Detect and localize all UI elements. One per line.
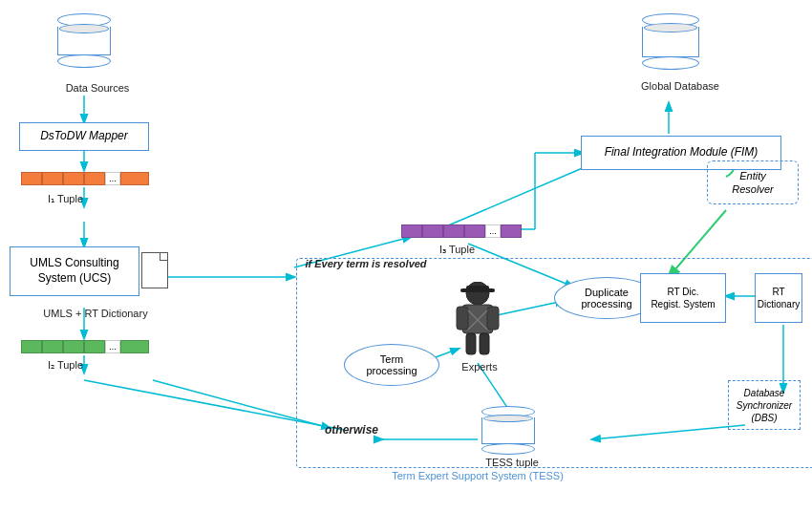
otherwise-label: otherwise: [325, 423, 378, 437]
global-db-cylinder: [642, 13, 699, 70]
svg-rect-29: [466, 333, 476, 354]
svg-line-13: [439, 167, 585, 229]
data-sources-label: Data Sources: [44, 82, 151, 94]
i1-bar-orange: ...: [21, 172, 149, 185]
global-db-cylinder-mid: [644, 23, 697, 32]
i2-bar-green: ...: [21, 340, 149, 353]
svg-rect-28: [487, 307, 499, 330]
data-sources-cylinder: [57, 13, 111, 68]
umls-dict-label: UMLS + RT Dictionary: [29, 308, 162, 319]
global-db-label: Global Database: [632, 80, 728, 92]
rt-dictionary-box: RT Dictionary: [755, 273, 802, 323]
umls-ucs-box: UMLS Consulting System (UCS): [10, 246, 139, 296]
svg-rect-27: [457, 307, 468, 330]
tess-tuple-label: TESS tuple: [474, 457, 550, 468]
i2-tuple-label: I₂ Tuple: [48, 359, 83, 372]
i1-tuple-label: I₁ Tuple: [48, 193, 83, 205]
data-sources-cylinder-mid: [59, 24, 109, 33]
diagram: Data Sources DsToDW Mapper ... I₁ Tuple …: [0, 0, 812, 512]
svg-rect-30: [480, 333, 489, 354]
i3-tuple-label: I₃ Tuple: [439, 244, 475, 256]
tess-tuple-mid: [483, 415, 533, 422]
entity-resolver-box: Entity Resolver: [707, 160, 799, 204]
experts-icon: [449, 282, 506, 358]
rt-dic-system-box: RT Dic. Regist. System: [640, 273, 726, 323]
svg-point-25: [466, 282, 489, 305]
db-sync-box: Database Synchronizer (DBS): [728, 380, 801, 430]
tess-tuple-cylinder: [481, 406, 535, 455]
experts-label: Experts: [451, 361, 508, 373]
i3-bar-purple: ...: [401, 224, 522, 238]
svg-rect-32: [460, 288, 495, 292]
tess-label: Term Expert Support System (TESS): [344, 470, 611, 481]
term-processing-oval: Term processing: [344, 344, 439, 386]
dstodw-box: DsToDW Mapper: [19, 122, 149, 151]
doc-icon: [141, 252, 168, 288]
